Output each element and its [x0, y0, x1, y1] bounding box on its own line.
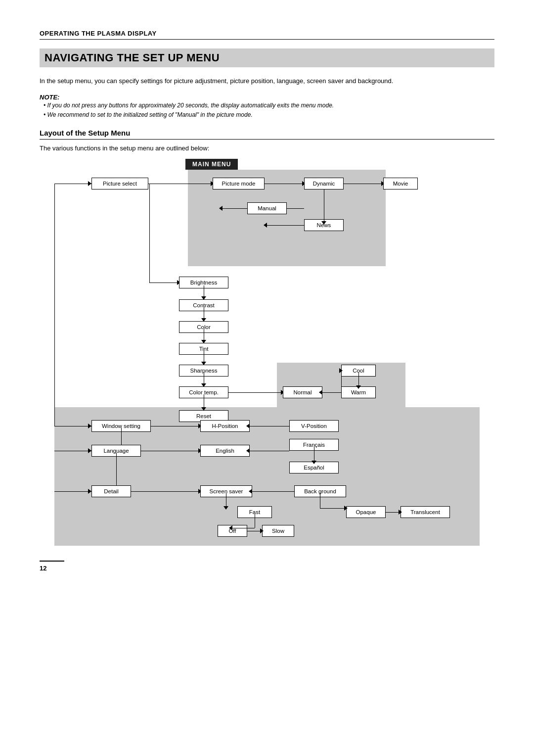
layout-intro: The various functions in the setup menu …: [40, 144, 494, 152]
line-to-window-setting: [54, 426, 91, 426]
arrow-ss-to-fast: [223, 506, 228, 510]
line-english-to-francais: [250, 451, 289, 451]
node-dynamic: Dynamic: [304, 178, 344, 189]
line-manual-to-news: [287, 208, 304, 209]
node-slow: Slow: [262, 525, 294, 537]
line-hpos-to-vpos: [250, 426, 289, 426]
line-warm-to-normal: [322, 392, 341, 393]
note-list: If you do not press any buttons for appr…: [40, 101, 494, 120]
note-label: NOTE:: [40, 94, 59, 101]
arrow-to-language: [88, 448, 91, 453]
node-movie: Movie: [383, 178, 418, 189]
line-manual-left: [222, 208, 247, 209]
node-v-position: V-Position: [289, 420, 339, 432]
node-manual: Manual: [247, 202, 287, 214]
note-block: NOTE: If you do not press any buttons fo…: [40, 94, 494, 120]
line-to-language: [54, 451, 91, 451]
arrow-opaque-to-translucent: [399, 510, 402, 515]
node-off: Off: [218, 525, 247, 537]
node-opaque: Opaque: [346, 506, 386, 518]
arrow-bg-to-opaque: [344, 506, 348, 511]
line-ws-to-hpos: [151, 426, 200, 426]
line-dynamic-down: [324, 189, 324, 223]
node-english: English: [200, 445, 250, 457]
arrow-to-picture-select: [88, 181, 91, 186]
page-title: NAVIGATING THE SET UP MENU: [40, 48, 494, 67]
line-cool-normal: [341, 371, 342, 392]
line-dynamic-to-movie: [344, 184, 383, 184]
arrow-off-to-slow: [260, 528, 264, 533]
node-detail: Detail: [91, 485, 131, 497]
arrow-fast-to-off: [229, 525, 232, 530]
arrow-to-window-setting: [88, 424, 91, 428]
line-fast-down: [255, 514, 255, 528]
diagram-area: Picture select Picture mode Dynamic Movi…: [54, 170, 480, 546]
node-picture-select: Picture select: [91, 178, 148, 189]
arrow-dynamic-to-news: [321, 221, 326, 225]
line-to-detail: [54, 491, 91, 492]
arrow-francais-to-english: [246, 448, 250, 453]
line-news-to-manual: [267, 225, 304, 226]
line-detail-to-screensaver: [131, 491, 200, 492]
line-to-brightness: [149, 283, 179, 283]
arrow-bg-to-ss: [249, 489, 252, 494]
node-picture-mode: Picture mode: [213, 178, 265, 189]
line-ps-to-pm: [148, 184, 213, 184]
page-number: 12: [40, 561, 64, 572]
line-pm-to-dynamic: [265, 184, 304, 184]
layout-section-title: Layout of the Setup Menu: [40, 129, 494, 140]
line-bg-to-opaque: [320, 493, 320, 508]
line-bg-opaque-h: [320, 508, 346, 509]
arrow-news-to-manual: [264, 223, 267, 228]
intro-text: In the setup menu, you can specify setti…: [40, 76, 494, 87]
node-h-position: H-Position: [200, 420, 250, 432]
line-colortemp-to-normal: [228, 392, 283, 393]
main-menu-label: MAIN MENU: [185, 159, 238, 170]
arrow-francais-to-espanol: [312, 461, 316, 464]
line-fast-to-off-h: [232, 528, 255, 528]
note-item-2: We recommend to set to the initialized s…: [44, 110, 494, 120]
arrow-cool-to-warm: [356, 385, 361, 389]
node-translucent: Translucent: [400, 506, 450, 518]
line-ss-to-bg: [252, 491, 294, 492]
line-ps-spine: [149, 184, 150, 283]
line-main-spine: [54, 184, 55, 426]
arrow-manual-left: [219, 206, 222, 211]
arrow-vpos-to-hpos: [246, 424, 250, 428]
arrow-warm-to-normal: [319, 390, 322, 395]
section-title: OPERATING THE PLASMA DISPLAY: [40, 30, 494, 40]
line-main-to-picture-select: [54, 184, 91, 184]
node-normal: Normal: [283, 386, 322, 398]
diagram-wrapper: Picture select Picture mode Dynamic Movi…: [54, 170, 480, 546]
arrow-to-detail: [88, 489, 91, 494]
line-lang-to-english: [141, 451, 200, 451]
note-item-1: If you do not press any buttons for appr…: [44, 101, 494, 110]
